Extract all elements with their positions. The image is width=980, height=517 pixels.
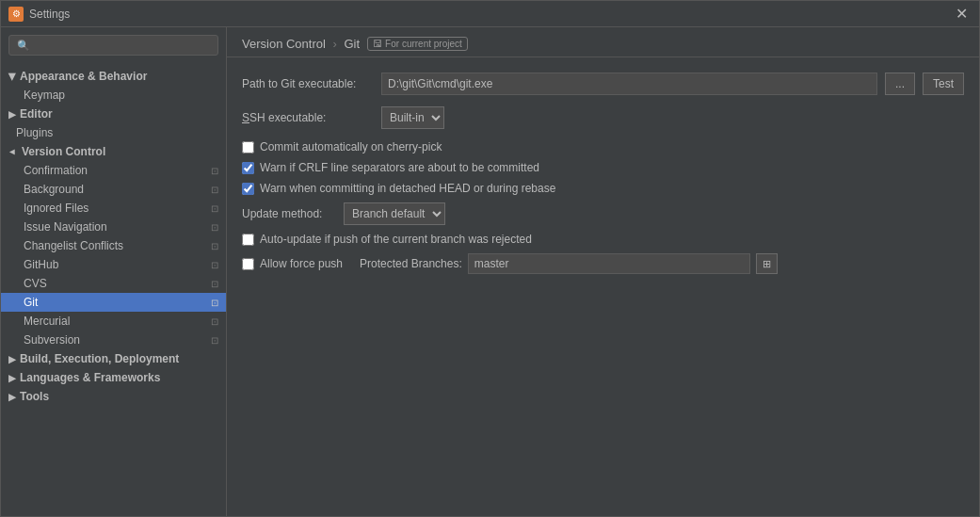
sidebar-item-background[interactable]: Background ⊡	[1, 180, 226, 199]
settings-icon: ⊡	[211, 279, 218, 289]
test-button[interactable]: Test	[923, 73, 964, 95]
sidebar-item-mercurial[interactable]: Mercurial ⊡	[1, 312, 226, 331]
auto-update-checkbox[interactable]	[242, 234, 254, 246]
sidebar-item-label: Background	[24, 183, 84, 196]
window-title: Settings	[29, 8, 70, 21]
breadcrumb: Version Control › Git	[242, 37, 360, 51]
sidebar-item-cvs[interactable]: CVS ⊡	[1, 274, 226, 293]
sidebar-item-confirmation[interactable]: Confirmation ⊡	[1, 161, 226, 180]
sidebar-item-label: Keymap	[24, 89, 65, 102]
sidebar-item-label: Appearance & Behavior	[20, 70, 147, 83]
title-bar: ⚙ Settings ✕	[1, 1, 979, 27]
settings-icon: ⊡	[211, 185, 218, 195]
tag-icon: 🖫	[373, 39, 382, 49]
settings-icon: ⊡	[211, 335, 218, 346]
sidebar-item-git[interactable]: Git ⊡	[1, 293, 226, 312]
expand-icon: ▶	[8, 73, 18, 80]
detached-label: Warn when committing in detached HEAD or…	[260, 182, 555, 195]
force-push-row: Allow force push Protected Branches: ⊞	[242, 253, 964, 274]
main-content: 🔍 ▶ Appearance & Behavior Keymap ▶ Edito…	[1, 27, 979, 516]
sidebar-item-build[interactable]: ▶ Build, Execution, Deployment	[1, 349, 226, 368]
sidebar-item-ignored-files[interactable]: Ignored Files ⊡	[1, 199, 226, 218]
project-tag: 🖫 For current project	[367, 37, 468, 51]
sidebar-item-label: Changelist Conflicts	[24, 239, 123, 252]
sidebar: 🔍 ▶ Appearance & Behavior Keymap ▶ Edito…	[1, 27, 227, 516]
crlf-checkbox[interactable]	[242, 162, 254, 174]
expand-icon: ▶	[8, 373, 16, 383]
sidebar-item-label: Ignored Files	[24, 202, 88, 215]
sidebar-item-editor[interactable]: ▶ Editor	[1, 105, 226, 123]
browse-button[interactable]: ...	[885, 73, 915, 95]
breadcrumb-sep: ›	[333, 37, 337, 51]
close-button[interactable]: ✕	[952, 5, 972, 23]
sidebar-item-label: Mercurial	[24, 315, 70, 328]
ssh-label: SSH executable:	[242, 111, 374, 124]
sidebar-item-label: Plugins	[16, 126, 53, 139]
update-method-row: Update method: Branch default Merge Reba…	[242, 202, 964, 225]
expand-icon: ▼	[8, 147, 18, 156]
protected-branches-label: Protected Branches:	[360, 257, 462, 270]
sidebar-item-label: Tools	[20, 390, 49, 403]
sidebar-item-languages[interactable]: ▶ Languages & Frameworks	[1, 368, 226, 387]
git-path-input[interactable]	[381, 73, 877, 95]
search-box[interactable]: 🔍	[8, 35, 218, 56]
auto-update-row: Auto-update if push of the current branc…	[242, 233, 964, 246]
sidebar-item-label: CVS	[24, 277, 47, 290]
detached-row: Warn when committing in detached HEAD or…	[242, 182, 964, 195]
sidebar-item-label: Confirmation	[24, 164, 88, 177]
title-bar-left: ⚙ Settings	[8, 7, 70, 22]
sidebar-item-label: Build, Execution, Deployment	[20, 352, 179, 365]
ssh-select[interactable]: Built-in Native	[381, 106, 444, 129]
crlf-row: Warn if CRLF line separators are about t…	[242, 161, 964, 174]
settings-icon: ⊡	[211, 241, 218, 251]
protected-branches-input[interactable]	[468, 253, 750, 274]
sidebar-item-github[interactable]: GitHub ⊡	[1, 255, 226, 274]
sidebar-item-tools[interactable]: ▶ Tools	[1, 387, 226, 406]
git-path-row: Path to Git executable: ... Test	[242, 73, 964, 95]
settings-icon: ⊡	[211, 166, 218, 176]
settings-window: ⚙ Settings ✕ 🔍 ▶ Appearance & Behavior K…	[0, 0, 980, 517]
git-path-label: Path to Git executable:	[242, 77, 374, 90]
settings-icon: ⊡	[211, 260, 218, 270]
settings-icon: ⊡	[211, 222, 218, 233]
force-push-label: Allow force push	[260, 257, 343, 270]
sidebar-item-plugins[interactable]: Plugins	[1, 123, 226, 142]
panel-body: Path to Git executable: ... Test SSH exe…	[227, 57, 979, 516]
app-icon: ⚙	[8, 7, 24, 22]
ssh-row: SSH executable: Built-in Native	[242, 106, 964, 129]
right-panel: Version Control › Git 🖫 For current proj…	[227, 27, 979, 516]
update-method-select[interactable]: Branch default Merge Rebase	[344, 202, 445, 225]
sidebar-item-label: Subversion	[24, 333, 80, 347]
settings-icon: ⊡	[211, 316, 218, 327]
settings-icon: ⊡	[211, 203, 218, 214]
expand-icon: ▶	[8, 392, 16, 402]
tag-label: For current project	[385, 39, 462, 49]
ssh-label-text: SSH executable:	[242, 111, 326, 124]
force-push-checkbox[interactable]	[242, 258, 254, 270]
sidebar-item-subversion[interactable]: Subversion ⊡	[1, 331, 226, 349]
edit-protected-button[interactable]: ⊞	[756, 253, 778, 274]
breadcrumb-part2: Git	[344, 37, 360, 51]
search-icon: 🔍	[17, 40, 30, 52]
crlf-label: Warn if CRLF line separators are about t…	[260, 161, 539, 174]
sidebar-item-version-control[interactable]: ▼ Version Control	[1, 142, 226, 161]
sidebar-item-issue-navigation[interactable]: Issue Navigation ⊡	[1, 218, 226, 236]
breadcrumb-part1: Version Control	[242, 37, 326, 51]
sidebar-item-label: Editor	[20, 107, 53, 121]
expand-icon: ▶	[8, 109, 16, 120]
cherry-pick-checkbox[interactable]	[242, 141, 254, 153]
settings-icon: ⊡	[211, 298, 218, 308]
cherry-pick-row: Commit automatically on cherry-pick	[242, 140, 964, 153]
panel-header: Version Control › Git 🖫 For current proj…	[227, 27, 979, 57]
sidebar-item-label: GitHub	[24, 258, 58, 271]
sidebar-item-changelist-conflicts[interactable]: Changelist Conflicts ⊡	[1, 236, 226, 255]
search-input[interactable]	[34, 39, 210, 52]
detached-checkbox[interactable]	[242, 183, 254, 195]
sidebar-item-label: Languages & Frameworks	[20, 371, 160, 384]
sidebar-item-label: Git	[24, 296, 38, 309]
auto-update-label: Auto-update if push of the current branc…	[260, 233, 532, 246]
sidebar-item-appearance[interactable]: ▶ Appearance & Behavior	[1, 67, 226, 86]
sidebar-item-label: Version Control	[22, 145, 105, 158]
update-method-label: Update method:	[242, 207, 336, 220]
sidebar-item-keymap[interactable]: Keymap	[1, 86, 226, 105]
